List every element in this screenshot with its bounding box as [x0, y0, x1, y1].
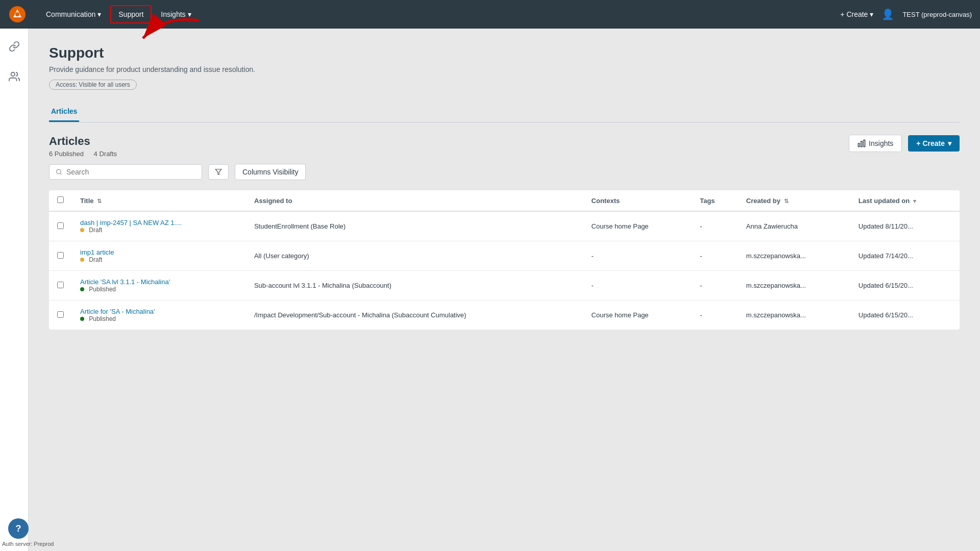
- article-title-link[interactable]: imp1 article: [80, 248, 238, 256]
- row-assigned-to: All (User category): [246, 241, 583, 271]
- draft-count: 4 Drafts: [94, 150, 117, 158]
- row-created-by: m.szczepanowska...: [738, 241, 850, 271]
- header-actions: Insights + Create ▾: [849, 135, 960, 152]
- articles-table: Title ⇅ Assigned to Contexts Tags Create…: [49, 190, 960, 330]
- status-dot: [80, 317, 84, 321]
- svg-marker-8: [215, 169, 222, 175]
- sidebar-people-icon[interactable]: [5, 67, 24, 89]
- article-title-link[interactable]: Article for 'SA - Michalina': [80, 308, 238, 315]
- row-assigned-to: /Impact Development/Sub-account - Michal…: [246, 300, 583, 330]
- articles-header: Articles 6 Published 4 Drafts Insights +…: [49, 135, 960, 158]
- user-profile-icon[interactable]: 👤: [881, 8, 894, 20]
- sort-icon-title[interactable]: ⇅: [97, 198, 102, 204]
- select-all-checkbox[interactable]: [57, 196, 64, 203]
- row-checkbox: [49, 300, 72, 330]
- nav-right: + Create ▾ 👤 TEST (preprod-canvas): [840, 8, 972, 20]
- table-row: imp1 article Draft All (User category) -…: [49, 241, 960, 271]
- nav-support[interactable]: Support: [110, 5, 152, 23]
- row-tags: -: [692, 211, 738, 241]
- svg-rect-5: [861, 141, 863, 147]
- row-checkbox: [49, 241, 72, 271]
- row-contexts: -: [583, 241, 692, 271]
- access-badge: Access: Visible for all users: [49, 80, 137, 90]
- row-created-by: m.szczepanowska...: [738, 271, 850, 300]
- status-dot: [80, 258, 84, 262]
- main-content: Support Provide guidance for product und…: [29, 29, 980, 551]
- articles-title-block: Articles 6 Published 4 Drafts: [49, 135, 125, 158]
- tabs: Articles: [49, 102, 960, 122]
- col-title: Title ⇅: [72, 190, 246, 211]
- filter-button[interactable]: [208, 164, 229, 180]
- svg-rect-4: [858, 143, 860, 147]
- row-tags: -: [692, 271, 738, 300]
- row-select-checkbox[interactable]: [57, 311, 64, 318]
- svg-point-1: [15, 12, 19, 16]
- sidebar-link-icon[interactable]: [5, 37, 24, 59]
- row-select-checkbox[interactable]: [57, 252, 64, 259]
- col-contexts: Contexts: [583, 190, 692, 211]
- chevron-down-icon: ▾: [870, 10, 873, 18]
- table-body: dash | imp-2457 | SA NEW AZ 1.... Draft …: [49, 211, 960, 330]
- row-title: dash | imp-2457 | SA NEW AZ 1.... Draft: [72, 211, 246, 241]
- row-title: Article for 'SA - Michalina' Published: [72, 300, 246, 330]
- article-status: Published: [80, 286, 238, 293]
- article-status: Draft: [80, 227, 238, 234]
- create-article-button[interactable]: + Create ▾: [908, 135, 960, 152]
- chevron-down-icon: ▾: [97, 10, 101, 18]
- row-select-checkbox[interactable]: [57, 222, 64, 229]
- nav-insights[interactable]: Insights ▾: [154, 6, 198, 22]
- row-last-updated: Updated 8/11/20...: [850, 211, 960, 241]
- nav-items: Communication ▾ Support Insights ▾: [39, 5, 840, 23]
- articles-title: Articles: [49, 135, 125, 148]
- status-dot: [80, 228, 84, 232]
- chevron-down-icon: ▾: [188, 10, 191, 18]
- article-title-link[interactable]: Article 'SA lvl 3.1.1 - Michalina': [80, 278, 238, 286]
- insights-button[interactable]: Insights: [849, 135, 902, 152]
- row-created-by: m.szczepanowska...: [738, 300, 850, 330]
- chevron-down-icon: ▾: [948, 139, 951, 147]
- row-select-checkbox[interactable]: [57, 282, 64, 288]
- row-tags: -: [692, 241, 738, 271]
- row-last-updated: Updated 6/15/20...: [850, 300, 960, 330]
- articles-meta: 6 Published 4 Drafts: [49, 150, 125, 158]
- sort-icon-created-by[interactable]: ⇅: [784, 198, 789, 204]
- filter-bar: Columns Visibility: [49, 164, 960, 180]
- app-logo[interactable]: [8, 5, 27, 23]
- header-checkbox-col: [49, 190, 72, 211]
- row-title: imp1 article Draft: [72, 241, 246, 271]
- col-last-updated: Last updated on ▾: [850, 190, 960, 211]
- article-title-link[interactable]: dash | imp-2457 | SA NEW AZ 1....: [80, 219, 238, 227]
- row-contexts: Course home Page: [583, 211, 692, 241]
- search-icon: [56, 168, 62, 176]
- row-tags: -: [692, 300, 738, 330]
- help-button[interactable]: ?: [8, 518, 29, 539]
- account-label: TEST (preprod-canvas): [902, 11, 972, 18]
- nav-create-button[interactable]: + Create ▾: [840, 10, 873, 18]
- row-contexts: Course home Page: [583, 300, 692, 330]
- col-assigned-to: Assigned to: [246, 190, 583, 211]
- top-nav: Communication ▾ Support Insights ▾ + Cre…: [0, 0, 980, 29]
- article-status: Published: [80, 315, 238, 322]
- nav-communication[interactable]: Communication ▾: [39, 6, 108, 22]
- page-description: Provide guidance for product understandi…: [49, 65, 960, 73]
- tab-articles[interactable]: Articles: [49, 102, 79, 122]
- col-created-by: Created by ⇅: [738, 190, 850, 211]
- sort-icon-last-updated[interactable]: ▾: [913, 198, 916, 204]
- columns-visibility-button[interactable]: Columns Visibility: [235, 164, 306, 180]
- search-box: [49, 164, 202, 180]
- table-header: Title ⇅ Assigned to Contexts Tags Create…: [49, 190, 960, 211]
- row-created-by: Anna Zawierucha: [738, 211, 850, 241]
- insights-icon: [857, 139, 866, 147]
- auth-label: Auth server: Preprod: [2, 541, 54, 547]
- table-row: Article 'SA lvl 3.1.1 - Michalina' Publi…: [49, 271, 960, 300]
- table-row: Article for 'SA - Michalina' Published /…: [49, 300, 960, 330]
- row-contexts: -: [583, 271, 692, 300]
- svg-rect-6: [864, 140, 865, 146]
- row-assigned-to: Sub-account lvl 3.1.1 - Michalina (Subac…: [246, 271, 583, 300]
- search-input[interactable]: [66, 168, 195, 176]
- row-checkbox: [49, 271, 72, 300]
- row-title: Article 'SA lvl 3.1.1 - Michalina' Publi…: [72, 271, 246, 300]
- row-last-updated: Updated 6/15/20...: [850, 271, 960, 300]
- page-title: Support: [49, 45, 960, 61]
- svg-point-3: [11, 72, 14, 76]
